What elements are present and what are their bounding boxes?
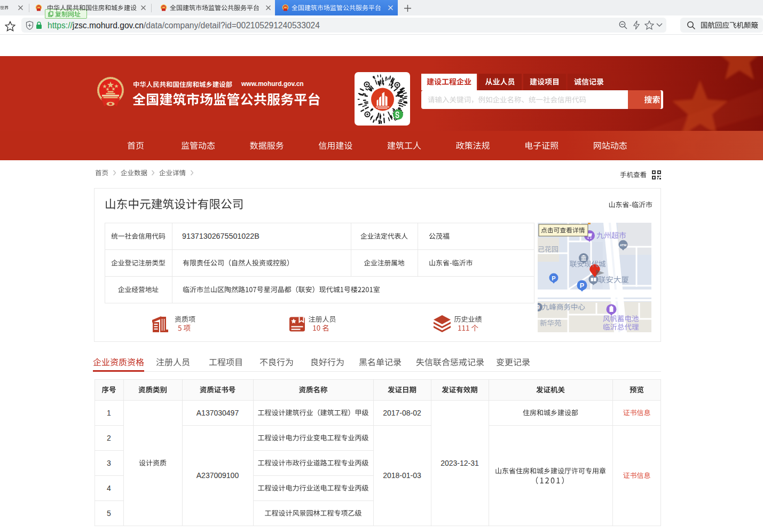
svg-text:P: P: [580, 282, 584, 290]
svg-text:9: 9: [538, 304, 540, 310]
svg-text:P: P: [552, 275, 555, 281]
svg-text:ATM: ATM: [620, 244, 627, 247]
